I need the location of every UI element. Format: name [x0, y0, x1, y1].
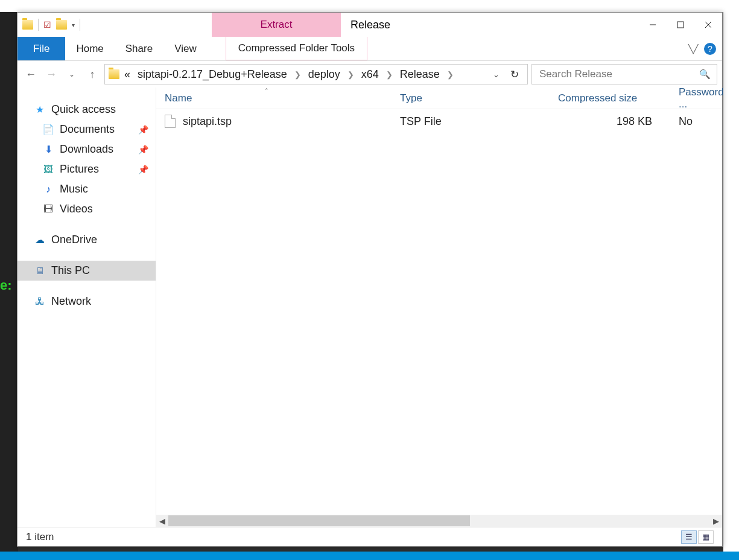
search-box[interactable]: 🔍	[531, 64, 717, 84]
cloud-icon: ☁	[34, 235, 45, 246]
pin-icon[interactable]: 📌	[138, 145, 148, 154]
taskbar[interactable]	[0, 552, 739, 560]
chevron-right-icon[interactable]: ❯	[292, 70, 303, 79]
file-list-pane: Name˄ Type Compressed size Password ... …	[156, 88, 722, 527]
horizontal-scrollbar[interactable]: ◀ ▶	[156, 515, 722, 527]
sidebar-label: Pictures	[60, 163, 99, 176]
address-bar[interactable]: « siptapi-0.2.17_Debug+Release ❯ deploy …	[104, 64, 528, 84]
window-title: Release	[341, 13, 639, 37]
refresh-button[interactable]: ↻	[506, 68, 524, 81]
music-icon: ♪	[43, 184, 54, 195]
sidebar-label: Network	[51, 295, 91, 308]
file-type: TSP File	[392, 115, 550, 128]
navigation-pane[interactable]: ★Quick access 📄Documents📌 ⬇Downloads📌 🖼P…	[17, 88, 156, 527]
column-type[interactable]: Type	[392, 92, 550, 104]
ribbon-tabs: File Home Share View Compressed Folder T…	[17, 37, 722, 61]
explorer-body: ★Quick access 📄Documents📌 ⬇Downloads📌 🖼P…	[17, 88, 722, 527]
search-input[interactable]	[538, 68, 699, 81]
ribbon-collapse-icon[interactable]: ╲╱	[688, 44, 698, 54]
new-folder-icon[interactable]	[56, 20, 67, 30]
titlebar[interactable]: ☑ ▾ Extract Release	[17, 13, 722, 37]
help-icon[interactable]: ?	[704, 43, 716, 55]
close-button[interactable]	[694, 13, 722, 37]
tab-file[interactable]: File	[17, 37, 65, 60]
background-region	[723, 0, 739, 560]
separator	[80, 19, 80, 31]
tab-share[interactable]: Share	[115, 37, 163, 60]
status-bar: 1 item ☰ ▦	[17, 527, 722, 546]
scroll-left-icon[interactable]: ◀	[156, 517, 168, 526]
background-region	[0, 0, 739, 12]
pictures-icon: 🖼	[43, 164, 54, 175]
separator	[38, 19, 39, 31]
search-icon[interactable]: 🔍	[699, 69, 711, 80]
details-view-button[interactable]: ☰	[681, 530, 697, 544]
pin-icon[interactable]: 📌	[138, 125, 148, 135]
sidebar-label: This PC	[51, 264, 90, 277]
sidebar-label: Quick access	[51, 103, 116, 116]
sidebar-label: Downloads	[60, 143, 113, 156]
sidebar-quick-access[interactable]: ★Quick access	[17, 100, 156, 119]
item-count: 1 item	[26, 531, 54, 543]
chevron-right-icon[interactable]: ❯	[384, 70, 395, 79]
app-folder-icon	[22, 20, 33, 30]
star-icon: ★	[34, 104, 45, 115]
minimize-button[interactable]	[639, 13, 667, 37]
pin-icon[interactable]: 📌	[138, 165, 148, 174]
sidebar-onedrive[interactable]: ☁OneDrive	[17, 230, 156, 250]
breadcrumb-overflow[interactable]: «	[122, 68, 133, 81]
back-button[interactable]: ←	[22, 66, 39, 83]
file-icon	[165, 115, 176, 128]
file-name: siptapi.tsp	[183, 115, 232, 128]
column-label: Name	[165, 92, 192, 104]
column-name[interactable]: Name˄	[156, 92, 392, 104]
tab-view[interactable]: View	[163, 37, 208, 60]
sidebar-documents[interactable]: 📄Documents📌	[17, 119, 156, 139]
navigation-bar: ← → ⌄ ↑ « siptapi-0.2.17_Debug+Release ❯…	[17, 61, 722, 88]
sidebar-videos[interactable]: 🎞Videos	[17, 199, 156, 219]
qat-dropdown-icon[interactable]: ▾	[72, 22, 75, 28]
thumbnails-view-button[interactable]: ▦	[698, 530, 714, 544]
recent-dropdown-icon[interactable]: ⌄	[63, 66, 80, 83]
column-password[interactable]: Password ...	[670, 86, 732, 110]
sidebar-label: OneDrive	[51, 234, 97, 246]
breadcrumb-item[interactable]: Release	[398, 68, 442, 81]
column-headers: Name˄ Type Compressed size Password ...	[156, 88, 722, 109]
address-dropdown-icon[interactable]: ⌄	[489, 70, 503, 79]
file-password: No	[670, 115, 722, 128]
sidebar-pictures[interactable]: 🖼Pictures📌	[17, 159, 156, 179]
address-folder-icon	[109, 69, 119, 79]
background-text: e:	[0, 278, 12, 293]
column-compressed-size[interactable]: Compressed size	[550, 92, 670, 104]
tab-home[interactable]: Home	[65, 37, 114, 60]
chevron-right-icon[interactable]: ❯	[445, 70, 456, 79]
breadcrumb-item[interactable]: deploy	[306, 68, 343, 81]
quick-access-toolbar: ☑ ▾	[17, 13, 85, 37]
up-button[interactable]: ↑	[84, 66, 101, 83]
sidebar-label: Videos	[60, 203, 93, 215]
view-toggle: ☰ ▦	[681, 530, 714, 544]
svg-rect-1	[677, 22, 683, 28]
file-row[interactable]: siptapi.tsp TSP File 198 KB No	[156, 109, 722, 133]
sidebar-this-pc[interactable]: 🖥This PC	[17, 261, 156, 281]
download-icon: ⬇	[43, 144, 54, 155]
chevron-right-icon[interactable]: ❯	[345, 70, 357, 79]
properties-icon[interactable]: ☑	[43, 20, 51, 30]
maximize-button[interactable]	[667, 13, 694, 37]
scroll-thumb[interactable]	[168, 515, 470, 526]
scroll-right-icon[interactable]: ▶	[710, 517, 722, 526]
forward-button[interactable]: →	[43, 66, 60, 83]
sidebar-network[interactable]: 🖧Network	[17, 291, 156, 311]
tab-compressed-tools[interactable]: Compressed Folder Tools	[226, 37, 367, 60]
file-size: 198 KB	[550, 115, 670, 128]
sidebar-label: Music	[60, 183, 88, 196]
window-controls	[639, 13, 722, 37]
sidebar-music[interactable]: ♪Music	[17, 179, 156, 199]
sidebar-downloads[interactable]: ⬇Downloads📌	[17, 139, 156, 159]
pc-icon: 🖥	[34, 266, 45, 276]
file-rows[interactable]: siptapi.tsp TSP File 198 KB No	[156, 109, 722, 515]
breadcrumb-item[interactable]: siptapi-0.2.17_Debug+Release	[135, 68, 290, 81]
context-tab-extract[interactable]: Extract	[212, 13, 341, 37]
sidebar-label: Documents	[60, 123, 115, 136]
breadcrumb-item[interactable]: x64	[359, 68, 381, 81]
